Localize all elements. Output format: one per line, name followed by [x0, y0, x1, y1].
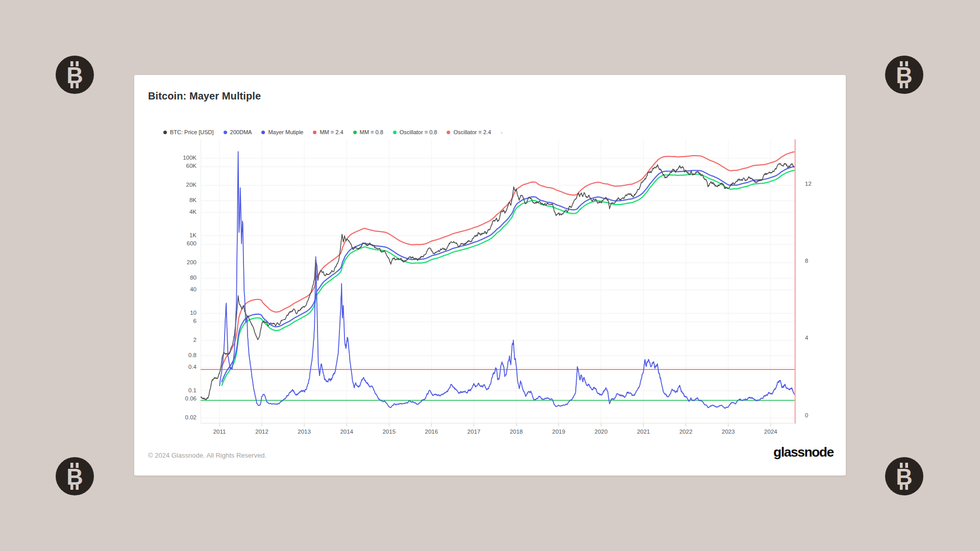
legend-dot-icon [393, 131, 397, 134]
y-axis-left-tick: 0.1 [188, 387, 197, 393]
x-axis-tick: 2018 [503, 429, 529, 435]
y-axis-left-tick: 2 [193, 337, 197, 343]
y-axis-left-tick: 1K [189, 232, 197, 238]
y-axis-left-tick: 80 [190, 274, 197, 281]
chart-legend: BTC: Price [USD]200DMAMayer MutipleMM = … [163, 129, 503, 135]
bitcoin-icon [56, 56, 94, 94]
x-axis-tick: 2020 [589, 429, 614, 435]
y-axis-right-labels: 04812 [805, 139, 830, 423]
chart-plot-area[interactable] [201, 139, 796, 423]
y-axis-left-tick: 100K [183, 155, 197, 161]
x-axis-tick: 2022 [673, 429, 699, 435]
bitcoin-icon [885, 56, 923, 94]
legend-label: 200DMA [230, 129, 252, 135]
x-axis-tick: 2012 [249, 429, 275, 435]
legend-label: Mayer Mutiple [268, 129, 303, 135]
y-axis-left-tick: 20K [186, 182, 197, 188]
legend-label: MM = 2.4 [320, 129, 343, 135]
y-axis-left-tick: 200 [187, 259, 197, 265]
x-axis-tick: 2016 [419, 429, 444, 435]
legend-label: BTC: Price [USD] [170, 129, 214, 135]
x-axis-tick: 2021 [631, 429, 656, 435]
y-axis-left-tick: 6 [193, 318, 197, 324]
legend-label: - [501, 129, 503, 135]
y-axis-left-tick: 600 [187, 240, 197, 246]
y-axis-left-tick: 0.4 [188, 364, 197, 370]
page-background: { "card": { "title": "Bitcoin: Mayer Mul… [0, 0, 980, 551]
legend-item[interactable]: 200DMA [224, 129, 252, 135]
y-axis-left-tick: 0.02 [185, 414, 197, 420]
y-axis-left-tick: 8K [189, 197, 197, 203]
y-axis-left-tick: 60K [186, 163, 197, 169]
legend-dot-icon [163, 131, 167, 134]
y-axis-left-tick: 4K [189, 209, 197, 215]
y-axis-right-tick: 12 [805, 181, 812, 187]
glassnode-wordmark: glassnode [773, 444, 834, 460]
legend-item[interactable]: BTC: Price [USD] [163, 129, 214, 135]
x-axis-tick: 2024 [758, 429, 783, 435]
y-axis-left-tick: 0.8 [188, 352, 197, 358]
x-axis-tick: 2017 [461, 429, 486, 435]
y-axis-left-tick: 0.06 [185, 395, 197, 402]
x-axis-tick: 2015 [376, 429, 402, 435]
x-axis-labels: 2011201220132014201520162017201820192020… [201, 423, 796, 439]
legend-label: MM = 0.8 [360, 129, 383, 135]
y-axis-right-tick: 0 [805, 412, 808, 418]
bitcoin-icon [56, 457, 94, 495]
legend-item[interactable]: MM = 0.8 [353, 129, 383, 135]
legend-dot-icon [353, 131, 357, 134]
legend-label: Oscillator = 2.4 [453, 129, 491, 135]
legend-item[interactable]: Mayer Mutiple [261, 129, 303, 135]
copyright-note: © 2024 Glassnode. All Rights Reserved. [148, 452, 266, 459]
legend-item[interactable]: - [501, 129, 503, 135]
legend-item[interactable]: Oscillator = 2.4 [447, 129, 491, 135]
x-axis-tick: 2011 [207, 429, 232, 435]
y-axis-right-tick: 8 [805, 258, 808, 264]
x-axis-tick: 2023 [716, 429, 741, 435]
chart-card: Bitcoin: Mayer Multiple BTC: Price [USD]… [134, 75, 846, 475]
x-axis-tick: 2013 [291, 429, 317, 435]
legend-dot-icon [224, 131, 227, 134]
page-title: Bitcoin: Mayer Multiple [148, 90, 261, 102]
legend-item[interactable]: MM = 2.4 [313, 129, 343, 135]
y-axis-right-tick: 4 [805, 335, 808, 341]
y-axis-left-labels: 100K60K20K8K4K1K600200804010620.80.40.10… [134, 139, 197, 423]
y-axis-left-tick: 10 [190, 310, 197, 316]
y-axis-left-tick: 40 [190, 286, 197, 292]
legend-dot-icon [313, 131, 316, 134]
legend-dot-icon [261, 131, 265, 134]
legend-label: Oscillator = 0.8 [400, 129, 437, 135]
bitcoin-icon [885, 457, 923, 495]
x-axis-tick: 2019 [546, 429, 572, 435]
x-axis-tick: 2014 [334, 429, 359, 435]
legend-dot-icon [447, 131, 450, 134]
legend-item[interactable]: Oscillator = 0.8 [393, 129, 437, 135]
